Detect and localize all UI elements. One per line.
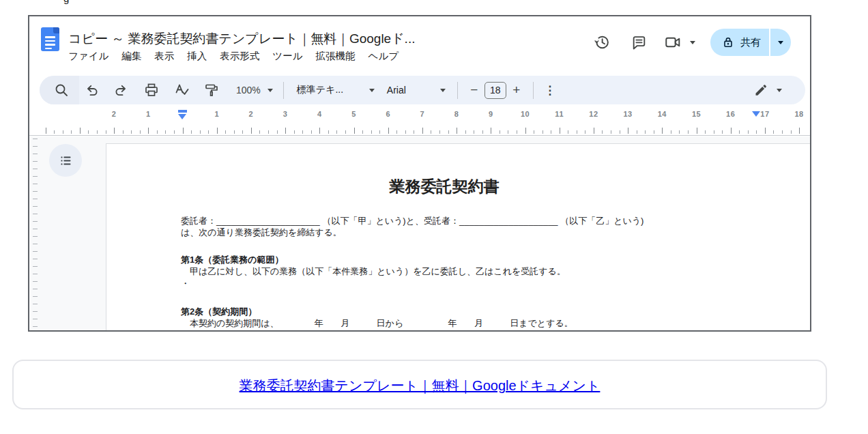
article-2-heading[interactable]: 第2条（契約期間） [181, 306, 708, 317]
redo-icon [113, 82, 130, 98]
share-dropdown-button[interactable] [770, 29, 791, 56]
ruler-tick [705, 130, 706, 134]
ruler-tick [611, 130, 611, 134]
version-history-button[interactable] [588, 29, 616, 56]
share-button-main[interactable]: 共有 [710, 29, 769, 56]
ruler-tick [748, 130, 749, 134]
ruler-tick [208, 130, 209, 134]
ruler-tick [431, 130, 431, 134]
outline-list-icon [59, 154, 73, 168]
source-link[interactable]: 業務委託契約書テンプレート｜無料｜Googleドキュメント [240, 377, 601, 395]
menu-item-extensions[interactable]: 拡張機能 [316, 50, 356, 63]
zoom-value: 100% [236, 85, 261, 96]
document-outline-button[interactable] [49, 144, 82, 177]
vertical-ruler[interactable] [29, 136, 38, 330]
menu-item-help[interactable]: ヘルプ [368, 50, 399, 63]
menu-item-format[interactable]: 表示形式 [220, 50, 259, 63]
ruler-tick [688, 130, 689, 134]
menu-item-edit[interactable]: 編集 [121, 50, 141, 63]
ruler-tick [448, 130, 449, 134]
intro-line-2[interactable]: は、次の通り業務委託契約を締結する。 [181, 227, 708, 238]
ruler-tick [585, 130, 585, 134]
share-button: 共有 [710, 29, 791, 56]
contract-title[interactable]: 業務委託契約書 [181, 176, 708, 197]
intro-line-1[interactable]: 委託者：_____________________ （以下「甲」という)と、受託… [181, 215, 708, 227]
ruler-tick [80, 128, 81, 134]
ruler-tick [140, 130, 141, 134]
menu-item-view[interactable]: 表示 [154, 50, 174, 63]
article-2-body[interactable]: 本契約の契約期間は、 年 月 日から 年 月 日までとする。 [181, 317, 708, 329]
article-1-bullet[interactable]: ・ [181, 278, 708, 289]
ruler-tick [54, 130, 55, 134]
font-size-input[interactable]: 18 [484, 82, 506, 99]
font-family-value: Arial [387, 85, 406, 96]
video-call-dropdown-caret[interactable] [690, 41, 695, 44]
google-docs-screenshot-frame: コピー ～ 業務委託契約書テンプレート｜無料｜Googleド... ファイル 編… [28, 15, 811, 332]
ruler-tick [637, 130, 637, 134]
document-page[interactable]: 業務委託契約書 委託者：_____________________ （以下「甲」… [106, 143, 810, 330]
ruler-tick [517, 130, 517, 134]
right-indent-marker[interactable] [752, 111, 760, 117]
ruler-tick [457, 128, 457, 134]
ruler-number: 17 [760, 110, 769, 118]
editing-mode-caret-icon [777, 89, 782, 92]
ruler-tick [106, 130, 106, 134]
ruler-tick [560, 128, 560, 134]
article-1-heading[interactable]: 第1条（委託業務の範囲） [181, 254, 708, 265]
print-button[interactable] [136, 78, 167, 102]
spell-check-button[interactable] [167, 78, 197, 102]
ruler-number: 7 [420, 110, 425, 118]
undo-button[interactable] [76, 78, 106, 102]
ruler-tick [242, 130, 243, 134]
document-title-field[interactable]: コピー ～ 業務委託契約書テンプレート｜無料｜Googleド... [68, 30, 415, 48]
google-docs-icon [41, 27, 59, 51]
menu-item-insert[interactable]: 挿入 [187, 50, 207, 63]
left-indent-marker[interactable] [178, 114, 186, 119]
ruler-tick [714, 130, 714, 134]
article-2[interactable]: 第2条（契約期間） 本契約の契約期間は、 年 月 日から 年 月 日までとする。 [181, 306, 708, 330]
ruler-tick [277, 130, 278, 134]
horizontal-ruler[interactable]: 21123456789101112131415161718 [29, 108, 810, 136]
ruler-tick [465, 130, 466, 134]
decrease-font-size-button[interactable]: − [464, 78, 484, 102]
ruler-tick [63, 130, 63, 134]
zoom-select[interactable]: 100% [232, 85, 277, 96]
ruler-tick [671, 130, 671, 134]
ruler-tick [302, 130, 303, 134]
ruler-tick [602, 130, 603, 134]
first-line-indent-marker[interactable] [178, 110, 187, 113]
ruler-tick [371, 130, 372, 134]
search-menus-button[interactable] [46, 78, 76, 102]
article-1[interactable]: 第1条（委託業務の範囲） 甲は乙に対し、以下の業務（以下「本件業務」という）を乙… [181, 254, 708, 289]
editing-mode-select[interactable] [753, 83, 782, 98]
docs-icon-fold [53, 27, 59, 33]
font-family-select[interactable]: Arial [380, 85, 451, 96]
ruler-number: 13 [623, 110, 632, 118]
toolbar: 100% 標準テキ... Arial − 18 + ⋮ [40, 76, 805, 104]
paint-format-button[interactable] [197, 78, 227, 102]
menu-item-tools[interactable]: ツール [272, 50, 302, 63]
comments-button[interactable] [625, 29, 652, 56]
video-call-button[interactable] [662, 29, 684, 56]
article-1-body[interactable]: 甲は乙に対し、以下の業務（以下「本件業務」という）を乙に委託し、乙はこれを受託す… [181, 265, 708, 277]
video-camera-icon [664, 33, 682, 51]
increase-font-size-button[interactable]: + [506, 78, 527, 102]
intro-paragraph[interactable]: 委託者：_____________________ （以下「甲」という)と、受託… [181, 215, 708, 239]
zoom-caret-icon [267, 89, 273, 92]
ruler-tick [388, 128, 389, 134]
comment-icon [631, 34, 648, 51]
ruler-tick [225, 130, 226, 134]
ruler-tick [731, 128, 732, 134]
paragraph-styles-select[interactable]: 標準テキ... [290, 84, 380, 96]
undo-icon [83, 82, 100, 98]
more-toolbar-options-button[interactable]: ⋮ [540, 78, 560, 102]
menu-item-file[interactable]: ファイル [68, 50, 108, 63]
ruler-tick [123, 130, 124, 134]
docs-icon-line [45, 36, 55, 38]
share-dropdown-caret-icon [778, 41, 783, 44]
ruler-tick [739, 130, 740, 134]
redo-button[interactable] [106, 78, 136, 102]
ruler-tick [722, 130, 723, 134]
ruler-tick [88, 130, 89, 134]
ruler-tick [765, 128, 766, 134]
